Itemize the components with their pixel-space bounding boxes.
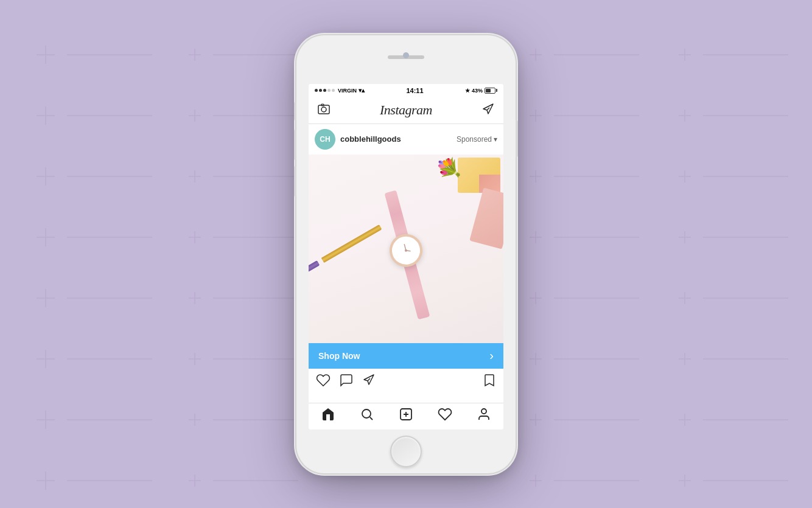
status-bar: VIRGIN ▾▴ 14:11 ★ 43% [309, 84, 503, 97]
signal-dot-2 [319, 89, 322, 92]
battery-icon [485, 88, 497, 94]
bluetooth-icon: ★ [465, 88, 470, 94]
account-name[interactable]: cobblehillgoods [340, 134, 457, 144]
pen-gold [321, 224, 382, 263]
watch-illustration [386, 230, 426, 270]
bottom-bezel [296, 430, 516, 473]
signal-dot-4 [327, 89, 331, 92]
scene-container: 💐 [309, 155, 503, 343]
signal-dot-1 [315, 89, 318, 92]
svg-point-97 [321, 107, 326, 112]
search-nav-icon[interactable] [360, 407, 374, 425]
add-post-nav-icon[interactable] [399, 407, 413, 425]
like-icon[interactable] [316, 373, 331, 391]
top-bezel [296, 35, 516, 84]
watch-face [386, 230, 426, 270]
battery-percent: 43% [472, 88, 483, 94]
pen-purple [309, 260, 320, 299]
account-avatar[interactable]: CH [315, 129, 335, 150]
gift-box-decoration [458, 158, 500, 193]
status-right: ★ 43% [465, 88, 497, 94]
power-button [516, 120, 518, 157]
svg-point-106 [481, 409, 486, 414]
carrier-name: VIRGIN [338, 88, 357, 94]
profile-nav-icon[interactable] [477, 407, 491, 425]
signal-dot-5 [332, 89, 335, 92]
wifi-icon: ▾▴ [359, 87, 365, 94]
shop-now-arrow-icon: › [489, 349, 494, 363]
svg-rect-96 [318, 105, 329, 114]
svg-line-99 [404, 244, 406, 250]
activity-nav-icon[interactable] [438, 407, 452, 425]
volume-up-button [294, 130, 296, 160]
comment-icon[interactable] [339, 373, 354, 391]
battery-body [485, 88, 495, 94]
signal-strength [315, 89, 335, 92]
bottom-navigation [309, 403, 503, 430]
volume-down-button [294, 166, 296, 197]
instagram-logo: Instagram [380, 102, 432, 118]
chevron-down-icon: ▾ [494, 135, 497, 144]
phone-device: VIRGIN ▾▴ 14:11 ★ 43% [296, 35, 516, 473]
notebook-decoration [469, 187, 503, 249]
instagram-header: Instagram [309, 97, 503, 124]
svg-point-101 [362, 409, 371, 418]
front-camera [403, 52, 409, 58]
mute-button [294, 102, 296, 120]
phone-screen: VIRGIN ▾▴ 14:11 ★ 43% [309, 84, 503, 430]
watch-band-bottom [404, 263, 430, 319]
actions-left-group [316, 373, 377, 391]
svg-line-102 [370, 417, 373, 420]
post-actions-bar [309, 369, 503, 395]
pens-illustration [309, 224, 382, 299]
camera-icon[interactable] [317, 102, 331, 119]
post-header: CH cobblehillgoods Sponsored ▾ [309, 124, 503, 155]
home-button[interactable] [390, 436, 422, 467]
battery-tip [496, 89, 497, 92]
sponsored-text: Sponsored [457, 135, 492, 144]
share-icon[interactable] [362, 373, 377, 391]
sponsored-label[interactable]: Sponsored ▾ [457, 135, 497, 144]
bookmark-icon[interactable] [483, 374, 496, 390]
svg-line-100 [406, 249, 411, 252]
post-image: 💐 [309, 155, 503, 343]
signal-dot-3 [323, 89, 326, 92]
status-left: VIRGIN ▾▴ [315, 87, 365, 94]
shop-now-button[interactable]: Shop Now › [309, 343, 503, 369]
status-time: 14:11 [406, 87, 423, 94]
direct-message-icon[interactable] [481, 102, 495, 119]
shop-now-label: Shop Now [318, 351, 360, 361]
battery-fill [486, 89, 491, 92]
watch-band-top [384, 190, 408, 237]
home-nav-icon[interactable] [321, 407, 335, 425]
avatar-initials: CH [320, 135, 330, 144]
